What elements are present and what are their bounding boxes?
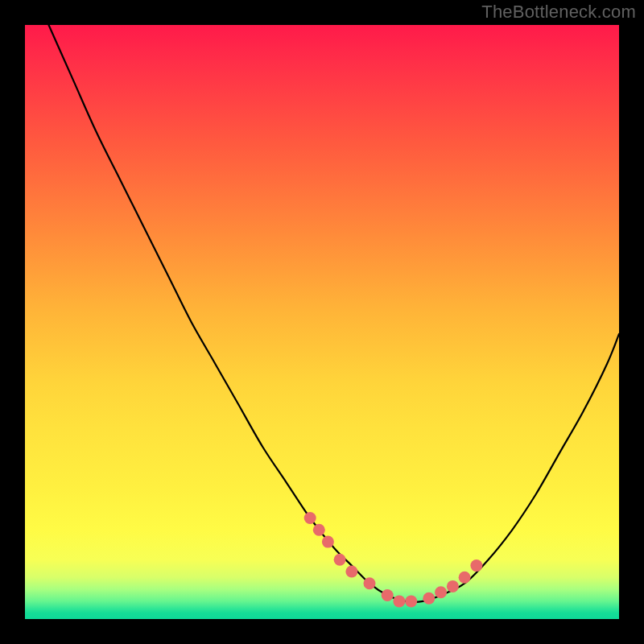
watermark-text: TheBottleneck.com [481,2,636,23]
marker-dot [423,592,435,605]
curve-svg [25,25,619,619]
marker-dot [405,595,417,607]
marker-dot [435,586,447,598]
marker-dots-group [304,512,483,607]
marker-dot [459,572,471,584]
marker-dot [447,580,459,592]
chart-stage: TheBottleneck.com [0,0,644,644]
marker-dot [364,577,376,589]
plot-area [25,25,619,619]
marker-dot [313,524,325,536]
marker-dot [304,512,316,524]
marker-dot [334,554,346,566]
bottleneck-curve-line [49,25,620,602]
marker-dot [470,559,482,572]
marker-dot [345,566,357,578]
marker-dot [382,589,394,601]
marker-dot [322,536,334,548]
marker-dot [393,595,405,607]
